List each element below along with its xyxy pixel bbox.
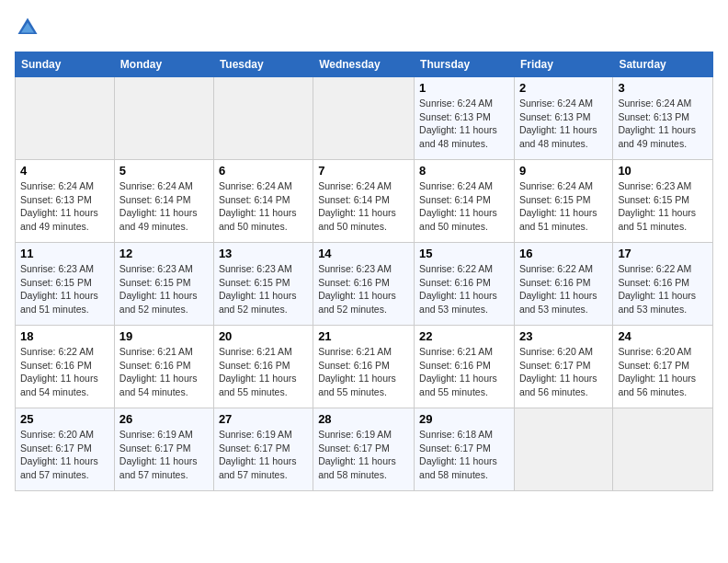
day-header: Saturday (613, 52, 713, 77)
day-detail: Sunrise: 6:23 AMSunset: 6:15 PMDaylight:… (20, 262, 109, 316)
day-detail: Sunrise: 6:22 AMSunset: 6:16 PMDaylight:… (519, 262, 608, 316)
calendar-cell (16, 77, 115, 160)
logo-icon (15, 15, 40, 40)
calendar-cell: 9Sunrise: 6:24 AMSunset: 6:15 PMDaylight… (514, 160, 612, 243)
day-number: 16 (519, 247, 608, 260)
day-detail: Sunrise: 6:19 AMSunset: 6:17 PMDaylight:… (318, 428, 409, 482)
calendar-week-row: 18Sunrise: 6:22 AMSunset: 6:16 PMDayligh… (16, 326, 713, 408)
calendar-cell: 1Sunrise: 6:24 AMSunset: 6:13 PMDaylight… (415, 77, 515, 160)
day-header: Wednesday (313, 52, 415, 77)
day-number: 3 (618, 81, 708, 95)
day-number: 9 (519, 164, 608, 178)
day-detail: Sunrise: 6:24 AMSunset: 6:13 PMDaylight:… (519, 97, 608, 151)
day-number: 20 (219, 329, 308, 343)
calendar-cell: 22Sunrise: 6:21 AMSunset: 6:16 PMDayligh… (415, 326, 515, 408)
day-detail: Sunrise: 6:21 AMSunset: 6:16 PMDaylight:… (119, 345, 209, 399)
day-number: 22 (419, 329, 509, 343)
day-number: 5 (119, 164, 209, 178)
calendar-cell: 23Sunrise: 6:20 AMSunset: 6:17 PMDayligh… (514, 326, 612, 408)
day-number: 13 (219, 247, 308, 260)
day-number: 15 (419, 247, 509, 260)
day-header: Monday (114, 52, 213, 77)
day-detail: Sunrise: 6:24 AMSunset: 6:13 PMDaylight:… (618, 97, 708, 151)
calendar-table: SundayMondayTuesdayWednesdayThursdayFrid… (15, 52, 713, 491)
calendar-cell: 7Sunrise: 6:24 AMSunset: 6:14 PMDaylight… (313, 160, 415, 243)
day-number: 11 (20, 247, 109, 260)
day-header: Tuesday (213, 52, 313, 77)
day-detail: Sunrise: 6:21 AMSunset: 6:16 PMDaylight:… (419, 345, 509, 399)
day-detail: Sunrise: 6:24 AMSunset: 6:13 PMDaylight:… (419, 97, 509, 151)
day-detail: Sunrise: 6:24 AMSunset: 6:14 PMDaylight:… (119, 179, 209, 234)
day-number: 29 (419, 412, 509, 426)
calendar-cell (114, 77, 213, 160)
day-number: 19 (119, 329, 209, 343)
day-number: 21 (318, 329, 409, 343)
calendar-cell: 15Sunrise: 6:22 AMSunset: 6:16 PMDayligh… (415, 243, 515, 326)
day-header: Friday (514, 52, 612, 77)
day-detail: Sunrise: 6:23 AMSunset: 6:15 PMDaylight:… (219, 262, 308, 316)
calendar-cell: 17Sunrise: 6:22 AMSunset: 6:16 PMDayligh… (613, 243, 713, 326)
calendar-cell: 13Sunrise: 6:23 AMSunset: 6:15 PMDayligh… (213, 243, 313, 326)
day-number: 14 (318, 247, 409, 260)
calendar-cell: 20Sunrise: 6:21 AMSunset: 6:16 PMDayligh… (213, 326, 313, 408)
calendar-week-row: 4Sunrise: 6:24 AMSunset: 6:13 PMDaylight… (16, 160, 713, 243)
calendar-cell: 26Sunrise: 6:19 AMSunset: 6:17 PMDayligh… (114, 408, 213, 491)
calendar-cell: 16Sunrise: 6:22 AMSunset: 6:16 PMDayligh… (514, 243, 612, 326)
day-detail: Sunrise: 6:22 AMSunset: 6:16 PMDaylight:… (618, 262, 708, 316)
day-detail: Sunrise: 6:23 AMSunset: 6:16 PMDaylight:… (318, 262, 409, 316)
day-detail: Sunrise: 6:21 AMSunset: 6:16 PMDaylight:… (219, 345, 308, 399)
day-detail: Sunrise: 6:24 AMSunset: 6:13 PMDaylight:… (20, 179, 109, 234)
calendar-cell: 5Sunrise: 6:24 AMSunset: 6:14 PMDaylight… (114, 160, 213, 243)
day-detail: Sunrise: 6:19 AMSunset: 6:17 PMDaylight:… (119, 428, 209, 482)
day-number: 7 (318, 164, 409, 178)
calendar-cell: 12Sunrise: 6:23 AMSunset: 6:15 PMDayligh… (114, 243, 213, 326)
calendar-cell: 21Sunrise: 6:21 AMSunset: 6:16 PMDayligh… (313, 326, 415, 408)
calendar-cell: 10Sunrise: 6:23 AMSunset: 6:15 PMDayligh… (613, 160, 713, 243)
calendar-cell (313, 77, 415, 160)
calendar-header-row: SundayMondayTuesdayWednesdayThursdayFrid… (16, 52, 713, 77)
calendar-week-row: 1Sunrise: 6:24 AMSunset: 6:13 PMDaylight… (16, 77, 713, 160)
calendar-cell: 14Sunrise: 6:23 AMSunset: 6:16 PMDayligh… (313, 243, 415, 326)
day-detail: Sunrise: 6:24 AMSunset: 6:14 PMDaylight:… (419, 179, 509, 234)
day-number: 6 (219, 164, 308, 178)
day-number: 27 (219, 412, 308, 426)
page-header (15, 15, 713, 40)
calendar-cell: 18Sunrise: 6:22 AMSunset: 6:16 PMDayligh… (16, 326, 115, 408)
day-detail: Sunrise: 6:24 AMSunset: 6:15 PMDaylight:… (519, 179, 608, 234)
day-detail: Sunrise: 6:24 AMSunset: 6:14 PMDaylight:… (318, 179, 409, 234)
calendar-cell: 19Sunrise: 6:21 AMSunset: 6:16 PMDayligh… (114, 326, 213, 408)
calendar-cell: 28Sunrise: 6:19 AMSunset: 6:17 PMDayligh… (313, 408, 415, 491)
day-number: 26 (119, 412, 209, 426)
day-detail: Sunrise: 6:23 AMSunset: 6:15 PMDaylight:… (618, 179, 708, 234)
day-number: 17 (618, 247, 708, 260)
day-number: 18 (20, 329, 109, 343)
day-header: Thursday (415, 52, 515, 77)
day-number: 12 (119, 247, 209, 260)
calendar-cell: 2Sunrise: 6:24 AMSunset: 6:13 PMDaylight… (514, 77, 612, 160)
day-number: 25 (20, 412, 109, 426)
day-detail: Sunrise: 6:21 AMSunset: 6:16 PMDaylight:… (318, 345, 409, 399)
calendar-cell: 29Sunrise: 6:18 AMSunset: 6:17 PMDayligh… (415, 408, 515, 491)
calendar-cell (514, 408, 612, 491)
day-detail: Sunrise: 6:20 AMSunset: 6:17 PMDaylight:… (618, 345, 708, 399)
day-detail: Sunrise: 6:24 AMSunset: 6:14 PMDaylight:… (219, 179, 308, 234)
calendar-cell: 8Sunrise: 6:24 AMSunset: 6:14 PMDaylight… (415, 160, 515, 243)
day-detail: Sunrise: 6:20 AMSunset: 6:17 PMDaylight:… (519, 345, 608, 399)
logo (15, 15, 44, 40)
calendar-cell (613, 408, 713, 491)
calendar-cell: 11Sunrise: 6:23 AMSunset: 6:15 PMDayligh… (16, 243, 115, 326)
calendar-cell: 25Sunrise: 6:20 AMSunset: 6:17 PMDayligh… (16, 408, 115, 491)
calendar-week-row: 25Sunrise: 6:20 AMSunset: 6:17 PMDayligh… (16, 408, 713, 491)
calendar-week-row: 11Sunrise: 6:23 AMSunset: 6:15 PMDayligh… (16, 243, 713, 326)
calendar-cell: 4Sunrise: 6:24 AMSunset: 6:13 PMDaylight… (16, 160, 115, 243)
day-detail: Sunrise: 6:23 AMSunset: 6:15 PMDaylight:… (119, 262, 209, 316)
day-number: 2 (519, 81, 608, 95)
calendar-cell: 24Sunrise: 6:20 AMSunset: 6:17 PMDayligh… (613, 326, 713, 408)
day-number: 23 (519, 329, 608, 343)
day-number: 28 (318, 412, 409, 426)
calendar-cell: 6Sunrise: 6:24 AMSunset: 6:14 PMDaylight… (213, 160, 313, 243)
day-detail: Sunrise: 6:22 AMSunset: 6:16 PMDaylight:… (419, 262, 509, 316)
day-header: Sunday (16, 52, 115, 77)
day-number: 8 (419, 164, 509, 178)
day-number: 4 (20, 164, 109, 178)
